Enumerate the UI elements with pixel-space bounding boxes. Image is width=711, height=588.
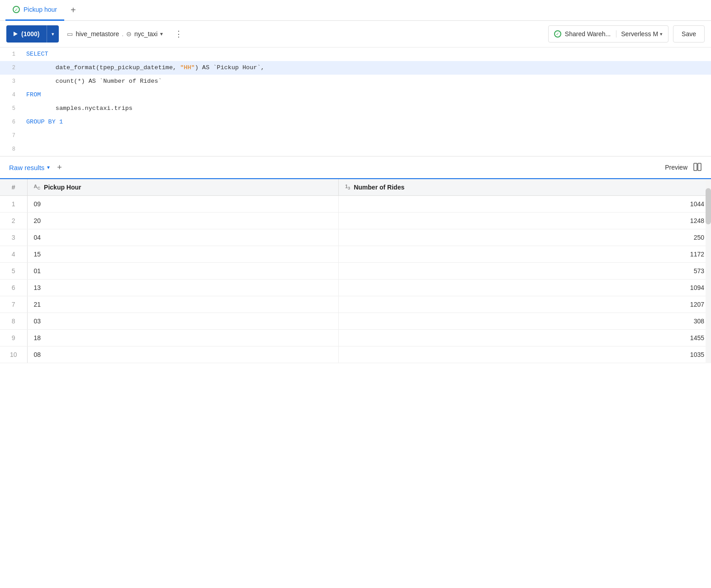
- num-rides-cell: 1094: [338, 280, 711, 296]
- layout-icon: [693, 162, 702, 171]
- row-number-cell: 6: [0, 280, 27, 296]
- row-number-cell: 1: [0, 196, 27, 213]
- row-number-cell: 10: [0, 346, 27, 363]
- num-rides-cell: 1207: [338, 296, 711, 313]
- row-number-cell: 7: [0, 296, 27, 313]
- table-header-row: # AC Pickup Hour 13 Number of Rides: [0, 179, 711, 196]
- results-header: Raw results ▾ + Preview: [0, 156, 711, 179]
- row-number-cell: 8: [0, 313, 27, 330]
- num-rides-cell: 1455: [338, 330, 711, 346]
- pickup-hour-cell: 03: [27, 313, 338, 330]
- table-row: 4151172: [0, 246, 711, 263]
- pickup-hour-cell: 21: [27, 296, 338, 313]
- table-row: 7211207: [0, 296, 711, 313]
- pickup-hour-cell: 15: [27, 246, 338, 263]
- preview-button[interactable]: Preview: [661, 164, 691, 171]
- num-rides-cell: 1248: [338, 213, 711, 229]
- warehouse-size-select[interactable]: Serverless M ▾: [616, 30, 663, 38]
- table-row: 2201248: [0, 213, 711, 229]
- code-line-7: 7: [0, 129, 711, 142]
- line-number-8: 8: [0, 142, 23, 156]
- code-content-6: GROUP BY 1: [23, 115, 66, 129]
- line-number-4: 4: [0, 88, 23, 102]
- run-button[interactable]: (1000): [6, 25, 47, 43]
- pickup-hour-type-icon: AC: [34, 184, 41, 190]
- code-line-6: 6 GROUP BY 1: [0, 115, 711, 129]
- table-row: 10081035: [0, 346, 711, 363]
- col-label-num-rides: Number of Rides: [354, 184, 404, 191]
- scrollbar-thumb[interactable]: [706, 188, 711, 224]
- table-row: 803308: [0, 313, 711, 330]
- table-row: 9181455: [0, 330, 711, 346]
- toolbar: (1000) ▾ ▭ hive_metastore . ⊝ nyc_taxi ▾…: [0, 21, 711, 47]
- pickup-hour-cell: 18: [27, 330, 338, 346]
- results-table: # AC Pickup Hour 13 Number of Rides 1091…: [0, 179, 711, 363]
- add-results-tab-button[interactable]: +: [57, 163, 62, 172]
- table-row: 6131094: [0, 280, 711, 296]
- svg-rect-1: [698, 163, 701, 171]
- warehouse-size: M: [653, 30, 658, 38]
- warehouse-type: Serverless: [621, 30, 651, 38]
- results-table-wrap: # AC Pickup Hour 13 Number of Rides 1091…: [0, 179, 711, 363]
- raw-results-label: Raw results: [9, 164, 44, 171]
- code-line-2: 2 date_format(tpep_pickup_datetime, "HH"…: [0, 61, 711, 75]
- num-rides-cell: 250: [338, 229, 711, 246]
- pickup-hour-cell: 13: [27, 280, 338, 296]
- num-rides-cell: 573: [338, 263, 711, 280]
- catalog-info: ▭ hive_metastore . ⊝ nyc_taxi ▾: [63, 30, 166, 38]
- catalog-name: hive_metastore: [76, 30, 119, 38]
- num-rides-cell: 1172: [338, 246, 711, 263]
- warehouse-selector[interactable]: ✓ Shared Wareh... Serverless M ▾: [548, 25, 668, 43]
- row-number-cell: 9: [0, 330, 27, 346]
- run-button-group: (1000) ▾: [6, 25, 59, 43]
- size-dropdown-icon: ▾: [660, 31, 663, 37]
- code-line-3: 3 count(*) AS `Number of Rides`: [0, 75, 711, 88]
- code-content-4: FROM: [23, 88, 44, 102]
- line-number-1: 1: [0, 47, 23, 61]
- code-content-3: count(*) AS `Number of Rides`: [23, 75, 166, 88]
- schema-dropdown-icon[interactable]: ▾: [160, 31, 163, 37]
- add-tab-button[interactable]: +: [66, 3, 81, 18]
- svg-rect-0: [694, 163, 697, 171]
- col-header-index: #: [0, 179, 27, 196]
- line-number-3: 3: [0, 75, 23, 88]
- vertical-scrollbar[interactable]: [706, 179, 711, 363]
- table-row: 304250: [0, 229, 711, 246]
- num-rides-cell: 308: [338, 313, 711, 330]
- code-editor[interactable]: 1 SELECT 2 date_format(tpep_pickup_datet…: [0, 47, 711, 156]
- num-rides-cell: 1044: [338, 196, 711, 213]
- tab-status-icon: ✓: [13, 6, 20, 13]
- row-number-cell: 5: [0, 263, 27, 280]
- tab-label: Pickup hour: [24, 6, 57, 13]
- code-content-5: samples.nyctaxi.trips: [23, 102, 136, 115]
- line-number-7: 7: [0, 129, 23, 142]
- pickup-hour-cell: 09: [27, 196, 338, 213]
- row-number-cell: 2: [0, 213, 27, 229]
- code-content-2: date_format(tpep_pickup_datetime, "HH") …: [23, 61, 268, 75]
- line-number-5: 5: [0, 102, 23, 115]
- raw-results-tab[interactable]: Raw results ▾: [7, 156, 52, 179]
- save-button[interactable]: Save: [673, 25, 705, 43]
- results-dropdown-icon[interactable]: ▾: [47, 164, 50, 171]
- layout-toggle-button[interactable]: [691, 161, 704, 175]
- code-line-4: 4 FROM: [0, 88, 711, 102]
- code-line-5: 5 samples.nyctaxi.trips: [0, 102, 711, 115]
- warehouse-status-icon: ✓: [554, 30, 561, 38]
- code-line-1: 1 SELECT: [0, 47, 711, 61]
- catalog-icon: ▭: [67, 30, 73, 38]
- chevron-down-icon: ▾: [52, 31, 54, 37]
- code-content-1: SELECT: [23, 47, 52, 61]
- pickup-hour-cell: 01: [27, 263, 338, 280]
- col-header-pickup-hour: AC Pickup Hour: [27, 179, 338, 196]
- row-number-cell: 4: [0, 246, 27, 263]
- row-number-cell: 3: [0, 229, 27, 246]
- tab-pickup-hour[interactable]: ✓ Pickup hour: [5, 0, 64, 21]
- code-line-8: 8: [0, 142, 711, 156]
- schema-name: nyc_taxi: [134, 30, 157, 38]
- run-label: (1000): [21, 30, 39, 38]
- run-dropdown-button[interactable]: ▾: [47, 25, 59, 43]
- col-header-num-rides: 13 Number of Rides: [338, 179, 711, 196]
- catalog-separator: .: [122, 30, 123, 38]
- more-options-button[interactable]: ⋮: [171, 30, 186, 38]
- pickup-hour-cell: 08: [27, 346, 338, 363]
